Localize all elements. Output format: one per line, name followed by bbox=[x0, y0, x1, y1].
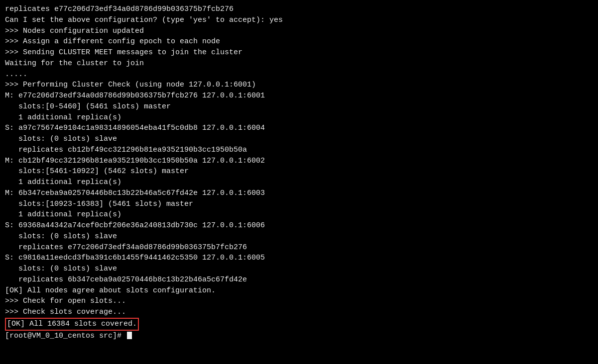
highlight-box: [OK] All 16384 slots covered. bbox=[5, 318, 139, 331]
terminal-line: 1 additional replica(s) bbox=[5, 177, 593, 188]
terminal-line: >>> Assign a different config epoch to e… bbox=[5, 36, 593, 47]
terminal-line: M: 6b347ceba9a02570446b8c13b22b46a5c67fd… bbox=[5, 188, 593, 199]
terminal-line: M: cb12bf49cc321296b81ea9352190b3cc1950b… bbox=[5, 156, 593, 167]
terminal-line: slots: (0 slots) slave bbox=[5, 231, 593, 242]
terminal-line: ..... bbox=[5, 69, 593, 80]
terminal-line: slots: (0 slots) slave bbox=[5, 134, 593, 145]
terminal-line: Can I set the above configuration? (type… bbox=[5, 15, 593, 26]
cursor-blink bbox=[127, 332, 132, 339]
terminal-line: >>> Check for open slots... bbox=[5, 296, 593, 307]
terminal-line: S: a97c75674e9104c1a98314896054eba41f5c0… bbox=[5, 123, 593, 134]
terminal-line: slots:[0-5460] (5461 slots) master bbox=[5, 101, 593, 112]
terminal-line: S: 69368a44342a74cef0cbf206e36a240813db7… bbox=[5, 220, 593, 231]
terminal-line: replicates 6b347ceba9a02570446b8c13b22b4… bbox=[5, 274, 593, 285]
terminal-line: >>> Sending CLUSTER MEET messages to joi… bbox=[5, 47, 593, 58]
terminal-line: >>> Performing Cluster Check (using node… bbox=[5, 80, 593, 91]
terminal-line: Waiting for the cluster to join bbox=[5, 58, 593, 69]
terminal-line: replicates e77c206d73edf34a0d8786d99b036… bbox=[5, 4, 593, 15]
terminal-line: [OK] All nodes agree about slots configu… bbox=[5, 285, 593, 296]
terminal-line: >>> Nodes configuration updated bbox=[5, 26, 593, 37]
terminal-prompt-line: [root@VM_0_10_centos src]# bbox=[5, 331, 593, 342]
terminal-line: replicates e77c206d73edf34a0d8786d99b036… bbox=[5, 242, 593, 253]
terminal-line: slots:[10923-16383] (5461 slots) master bbox=[5, 199, 593, 210]
terminal-line: >>> Check slots coverage... bbox=[5, 307, 593, 318]
terminal-line: 1 additional replica(s) bbox=[5, 209, 593, 220]
terminal-line: M: e77c206d73edf34a0d8786d99b036375b7fcb… bbox=[5, 91, 593, 101]
terminal-line: S: c9816a11eedcd3fba391c6b1455f9441462c5… bbox=[5, 253, 593, 264]
terminal-line: replicates cb12bf49cc321296b81ea9352190b… bbox=[5, 145, 593, 156]
terminal-line-highlighted: [OK] All 16384 slots covered. bbox=[5, 318, 593, 331]
terminal-line: slots: (0 slots) slave bbox=[5, 264, 593, 274]
terminal-window: replicates e77c206d73edf34a0d8786d99b036… bbox=[5, 4, 593, 360]
terminal-line: 1 additional replica(s) bbox=[5, 112, 593, 123]
terminal-line: slots:[5461-10922] (5462 slots) master bbox=[5, 166, 593, 177]
